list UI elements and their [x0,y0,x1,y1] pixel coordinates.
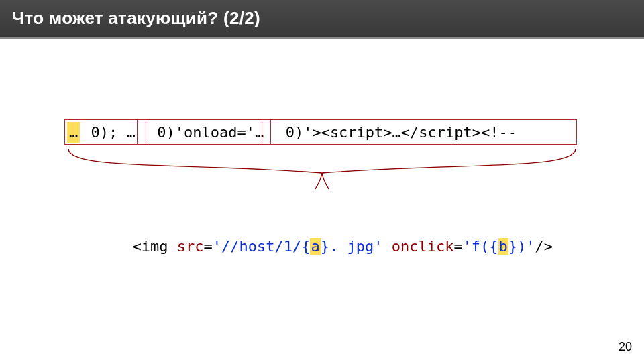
payload-seg-ellipsis: … [67,122,80,143]
payload-seg-3: 0)'><script>…</script><!-- [274,122,519,143]
attr-onclick: onclick [392,238,454,255]
self-close: /> [535,238,553,255]
space-1 [168,238,176,255]
src-string-close: }. jpg' [321,238,383,255]
placeholder-a: a [310,238,320,255]
slide-title: Что может атакующий? (2/2) [12,8,260,29]
payload-seg-2: 0)'onload='… [146,122,274,143]
eq-1: = [203,238,212,255]
slide-header: Что может атакующий? (2/2) [0,0,644,39]
payload-seg-1: 0); … [80,122,146,143]
angle-open: < [132,238,141,255]
payload-code-row: … 0); … 0)'onload='… 0)'><script>…</scri… [67,122,519,143]
onclick-string-close: })' [508,238,535,255]
space-2 [382,238,391,255]
slide: Что может атакующий? (2/2) … 0); … 0)'on… [0,0,644,362]
attr-src: src [177,238,204,255]
placeholder-b: b [498,238,508,255]
src-string-open: '//host/1/{ [213,238,311,255]
page-number: 20 [619,340,632,354]
tag-img: img [142,238,168,255]
eq-2: = [453,238,462,255]
slide-content: … 0); … 0)'onload='… 0)'><script>…</scri… [0,39,644,362]
onclick-string-open: 'f({ [463,238,498,255]
template-code-row: <img src='//host/1/{a}. jpg' onclick='f(… [79,221,553,272]
curly-brace-connector [67,147,577,197]
